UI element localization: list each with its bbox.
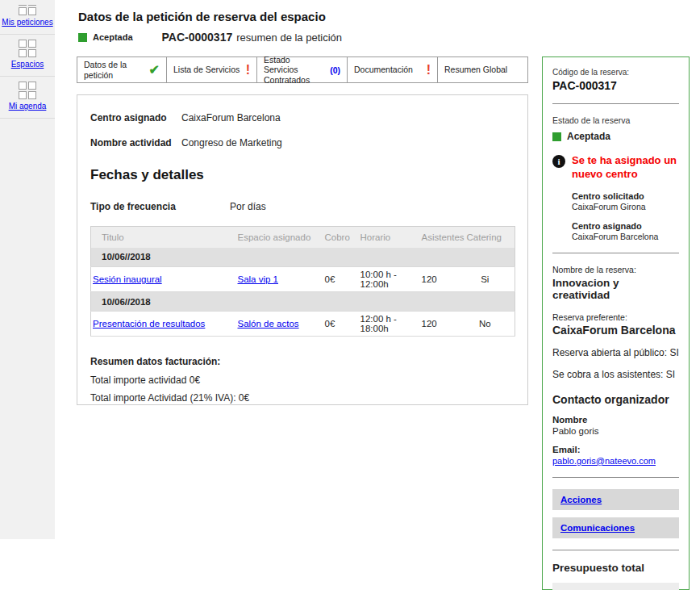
space-link[interactable]: Salón de actos [238,319,299,328]
field-value: Congreso de Marketing [181,137,282,149]
field-label: Centro asignado [90,112,181,123]
email-link[interactable]: pablo.goris@nateevo.com [552,456,656,466]
billing-summary: Resumen datos facturación: Total importe… [90,356,515,404]
field-value: CaixaForum Barcelona [572,232,679,241]
sidebar-item-mis-peticiones[interactable]: Mis peticiones [0,0,55,35]
abierta-publico-line: Reserva abierta al público: SI [552,347,679,358]
divider [552,477,679,478]
billing-title: Resumen datos facturación: [90,356,515,367]
date-group-row: 10/06//2018 [91,248,515,267]
status-square-icon [78,33,87,42]
field-label: Nombre actividad [90,137,181,149]
check-icon [149,62,160,77]
sidebar-item-label[interactable]: Espacios [2,60,53,69]
session-title-link[interactable]: Sesión inaugural [93,274,162,284]
horario-value: 12:00 h - 18:00h [359,312,420,337]
acciones-button[interactable]: Acciones [552,489,679,510]
alert-icon [246,63,250,77]
field-label: Centro asignado [572,221,679,231]
tab-datos-peticion[interactable]: Datos de la petición [77,56,167,83]
table-row: Sesión inaugural Sala vip 1 0€ 10:00 h -… [91,267,515,292]
tab-estado-servicios[interactable]: Estado Servicios Contratados (0) [257,56,348,83]
asistentes-value: 120 [420,312,465,337]
reservation-code: PAC-000317 [552,79,679,92]
status-line: Aceptada PAC-0000317 resumen de la petic… [78,31,342,44]
group-date: 10/06//2018 [91,248,515,267]
asistentes-value: 120 [420,267,465,292]
page-title: Datos de la petición de reserva del espa… [78,10,326,23]
alert-icon [427,63,431,77]
comunicaciones-button[interactable]: Comunicaciones [552,517,679,538]
divider [552,103,679,104]
section-title: Fechas y detalles [90,167,515,183]
nombre-value: Pablo goris [552,426,679,436]
estado-label: Estado de la reserva [552,115,679,125]
sidebar-item-mi-agenda[interactable]: Mi agenda [0,77,55,119]
field-value: CaixaForum Girona [572,202,679,211]
nombre-reserva-value: Innovacion y creatividad [552,277,679,301]
code-label: Código de la reserva: [552,68,679,77]
billing-line: Total importe actividad 0€ [90,375,515,386]
col-header: Horario [359,227,420,248]
count-badge: (0) [330,65,340,75]
sidebar-item-label[interactable]: Mis peticiones [2,18,53,27]
email-label: Email: [552,445,679,454]
field-value: CaixaForum Barcelona [181,112,281,123]
col-header: Cobro [323,227,359,248]
frecuencia-row: Tipo de frecuencia Por días [90,201,515,212]
status-square-icon [552,132,561,141]
divider [552,253,679,253]
field-value: Por días [230,201,266,212]
table-header-row: Titulo Espacio asignado Cobro Horario As… [91,227,515,248]
info-icon: i [552,155,565,168]
petition-detail-card: Centro asignado CaixaForum Barcelona Nom… [77,94,528,405]
grid-icon [19,5,36,15]
billing-line: Total importe Actividad (21% IVA): 0€ [90,392,515,404]
nombre-reserva-label: Nombre de la reserva: [552,265,679,274]
divider [552,550,679,550]
preferente-value: CaixaForum Barcelona [552,324,679,337]
reservation-subtitle: resumen de la petición [236,31,342,44]
sidebar-item-label[interactable]: Mi agenda [2,102,53,111]
schedule-table: Titulo Espacio asignado Cobro Horario As… [90,226,515,337]
group-date: 10/06//2018 [91,292,515,312]
sidebar: Mis peticiones Espacios Mi agenda [0,0,55,539]
catering-value: No [465,312,515,337]
col-header: Asistentes [420,227,465,248]
grid-icon [19,82,36,99]
catering-value: Si [465,267,515,292]
nombre-label: Nombre [552,415,679,425]
nombre-actividad-row: Nombre actividad Congreso de Marketing [90,137,515,149]
cobra-asistentes-line: Se cobra a los asistentes: SI [552,369,679,380]
session-title-link[interactable]: Presentación de resultados [93,319,205,328]
reservation-summary-panel: Código de la reserva: PAC-000317 Estado … [542,56,690,590]
preferente-label: Reserva preferente: [552,312,679,322]
field-label: Centro solicitado [572,191,679,201]
date-group-row: 10/06//2018 [91,292,515,312]
tab-bar: Datos de la petición Lista de Servicios … [77,56,528,83]
sidebar-item-espacios[interactable]: Espacios [0,35,55,77]
cobro-value: 0€ [323,267,359,292]
col-header: Titulo [91,227,236,248]
col-header: Espacio asignado [236,227,323,248]
status-badge: Aceptada [93,32,133,42]
presupuesto-title: Presupuesto total [552,562,679,574]
total-box: Total: 456,50€ IVA incluido [552,583,679,590]
col-header: Catering [465,227,515,248]
tab-resumen-global[interactable]: Resumen Global [438,56,528,83]
status-badge: Aceptada [567,131,610,142]
tab-documentacion[interactable]: Documentación [348,56,438,83]
center-change-alert: i Se te ha asignado un nuevo centro [552,154,679,182]
tab-lista-servicios[interactable]: Lista de Servicios [167,56,257,83]
space-link[interactable]: Sala vip 1 [238,274,279,284]
grid-icon [19,40,36,57]
estado-row: Aceptada [552,131,679,142]
horario-value: 10:00 h - 12:00h [359,267,420,292]
centro-asignado-block: Centro asignado CaixaForum Barcelona [572,221,679,241]
alert-text: Se te ha asignado un nuevo centro [572,154,677,180]
reservation-code: PAC-0000317 [162,31,233,44]
table-row: Presentación de resultados Salón de acto… [91,312,515,337]
field-label: Tipo de frecuencia [90,201,230,212]
contacto-title: Contacto organizador [552,393,679,406]
cobro-value: 0€ [323,312,359,337]
